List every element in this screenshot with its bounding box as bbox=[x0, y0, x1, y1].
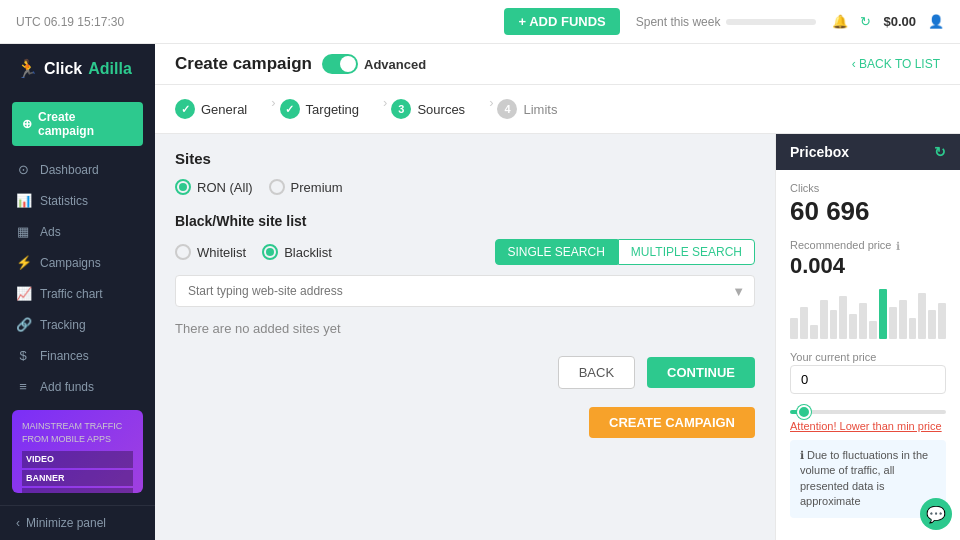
step-targeting-label: Targeting bbox=[306, 102, 359, 117]
advanced-toggle[interactable]: Advanced bbox=[322, 54, 426, 74]
pricebox-title: Pricebox bbox=[790, 144, 849, 160]
sidebar-item-traffic-chart[interactable]: 📈 Traffic chart bbox=[0, 278, 155, 309]
info-icon-small: ℹ bbox=[800, 449, 804, 461]
footer-buttons: BACK CONTINUE bbox=[175, 356, 755, 389]
balance: $0.00 bbox=[883, 14, 916, 29]
chart-bar bbox=[849, 314, 857, 339]
chart-bar bbox=[790, 318, 798, 339]
sidebar-tracking-label: Tracking bbox=[40, 318, 86, 332]
pricebox: Pricebox ↻ Clicks 60 696 Recommended pri… bbox=[775, 134, 960, 540]
single-search-button[interactable]: SINGLE SEARCH bbox=[495, 239, 618, 265]
price-input[interactable] bbox=[790, 365, 946, 394]
sidebar-item-campaigns[interactable]: ⚡ Campaigns bbox=[0, 247, 155, 278]
chevron-left-icon: ‹ bbox=[16, 516, 20, 530]
create-campaign-button[interactable]: ⊕ Create campaign bbox=[12, 102, 143, 146]
clicks-value: 60 696 bbox=[790, 196, 946, 227]
chart-bar bbox=[810, 325, 818, 339]
chart-bar bbox=[859, 303, 867, 339]
create-campaign-label: Create campaign bbox=[38, 110, 133, 138]
sidebar-item-add-funds[interactable]: ≡ Add funds bbox=[0, 371, 155, 402]
advanced-label: Advanced bbox=[364, 57, 426, 72]
page-header: Create campaign Advanced ‹ BACK TO LIST bbox=[155, 44, 960, 85]
recommended-price-wrap: Recommended price ℹ bbox=[790, 239, 946, 253]
continue-button[interactable]: CONTINUE bbox=[647, 357, 755, 388]
chart-bar bbox=[899, 300, 907, 339]
sidebar-campaigns-label: Campaigns bbox=[40, 256, 101, 270]
premium-radio-circle bbox=[269, 179, 285, 195]
chart-bar bbox=[889, 307, 897, 339]
step-targeting[interactable]: ✓ Targeting bbox=[280, 95, 379, 123]
toggle-switch[interactable] bbox=[322, 54, 358, 74]
page-title: Create campaign bbox=[175, 54, 312, 74]
site-input[interactable] bbox=[175, 275, 755, 307]
minimize-panel[interactable]: ‹ Minimize panel bbox=[0, 505, 155, 540]
sidebar-banner: MAINSTREAM TRAFFIC from mobile apps VIDE… bbox=[12, 410, 143, 493]
back-button[interactable]: BACK bbox=[558, 356, 635, 389]
chat-bubble[interactable]: 💬 bbox=[920, 498, 952, 530]
add-funds-button[interactable]: + ADD FUNDS bbox=[504, 8, 619, 35]
refresh-icon[interactable]: ↻ bbox=[934, 144, 946, 160]
add-funds-icon: ≡ bbox=[16, 379, 30, 394]
sidebar-item-ads[interactable]: ▦ Ads bbox=[0, 216, 155, 247]
price-slider[interactable] bbox=[790, 410, 946, 414]
traffic-icon: 📈 bbox=[16, 286, 30, 301]
step-arrow-1: › bbox=[271, 95, 275, 123]
chart-bar bbox=[830, 310, 838, 339]
bw-radio-group: Whitelist Blacklist bbox=[175, 244, 332, 260]
whitelist-label: Whitelist bbox=[197, 245, 246, 260]
clicks-label: Clicks bbox=[790, 182, 946, 194]
step-sources[interactable]: 3 Sources bbox=[391, 95, 485, 123]
chart-bar bbox=[800, 307, 808, 339]
blacklist-radio[interactable]: Blacklist bbox=[262, 244, 332, 260]
step-general[interactable]: ✓ General bbox=[175, 95, 267, 123]
plus-icon: ⊕ bbox=[22, 117, 32, 131]
topbar-icons: 🔔 ↻ $0.00 👤 bbox=[832, 14, 944, 29]
bw-section-title: Black/White site list bbox=[175, 213, 755, 229]
chart-bar bbox=[918, 293, 926, 339]
whitelist-radio[interactable]: Whitelist bbox=[175, 244, 246, 260]
step-targeting-icon: ✓ bbox=[280, 99, 300, 119]
chart-bar bbox=[820, 300, 828, 339]
step-limits[interactable]: 4 Limits bbox=[497, 95, 577, 123]
ron-all-radio[interactable]: RON (All) bbox=[175, 179, 253, 195]
multiple-search-button[interactable]: MULTIPLE SEARCH bbox=[618, 239, 755, 265]
bell-icon[interactable]: 🔔 bbox=[832, 14, 848, 29]
your-price-label: Your current price bbox=[790, 351, 946, 363]
sidebar-traffic-label: Traffic chart bbox=[40, 287, 103, 301]
blacklist-circle bbox=[262, 244, 278, 260]
whitelist-circle bbox=[175, 244, 191, 260]
sidebar-item-statistics[interactable]: 📊 Statistics bbox=[0, 185, 155, 216]
content-main: Sites RON (All) Premium Black/White site… bbox=[155, 134, 775, 540]
premium-radio[interactable]: Premium bbox=[269, 179, 343, 195]
step-limits-icon: 4 bbox=[497, 99, 517, 119]
finances-icon: $ bbox=[16, 348, 30, 363]
recommended-value: 0.004 bbox=[790, 253, 946, 279]
steps-bar: ✓ General › ✓ Targeting › 3 Sources › 4 … bbox=[155, 85, 960, 134]
back-to-list-button[interactable]: ‹ BACK TO LIST bbox=[852, 57, 940, 71]
utc-time: UTC 06.19 15:17:30 bbox=[16, 15, 124, 29]
content-area: Sites RON (All) Premium Black/White site… bbox=[155, 134, 960, 540]
sidebar-item-dashboard[interactable]: ⊙ Dashboard bbox=[0, 154, 155, 185]
dashboard-icon: ⊙ bbox=[16, 162, 30, 177]
sidebar-item-finances[interactable]: $ Finances bbox=[0, 340, 155, 371]
minimize-label: Minimize panel bbox=[26, 516, 106, 530]
statistics-icon: 📊 bbox=[16, 193, 30, 208]
page-title-wrap: Create campaign Advanced bbox=[175, 54, 426, 74]
ron-all-radio-circle bbox=[175, 179, 191, 195]
campaigns-icon: ⚡ bbox=[16, 255, 30, 270]
price-input-wrap bbox=[790, 365, 946, 394]
chart-bar bbox=[928, 310, 936, 339]
refresh-icon[interactable]: ↻ bbox=[860, 14, 871, 29]
info-icon[interactable]: ℹ bbox=[896, 240, 900, 253]
logo-click: Click bbox=[44, 60, 82, 78]
site-input-wrap: ▼ bbox=[175, 275, 755, 307]
create-campaign-button[interactable]: CREATE CAMPAIGN bbox=[589, 407, 755, 438]
user-icon[interactable]: 👤 bbox=[928, 14, 944, 29]
chart-area bbox=[790, 289, 946, 339]
chart-bar bbox=[869, 321, 877, 339]
sidebar: 🏃 ClickAdilla ⊕ Create campaign ⊙ Dashbo… bbox=[0, 44, 155, 540]
price-warning[interactable]: Attention! Lower than min price bbox=[790, 420, 946, 432]
spent-this-week: Spent this week bbox=[636, 15, 817, 29]
chart-bar bbox=[839, 296, 847, 339]
sidebar-item-tracking[interactable]: 🔗 Tracking bbox=[0, 309, 155, 340]
